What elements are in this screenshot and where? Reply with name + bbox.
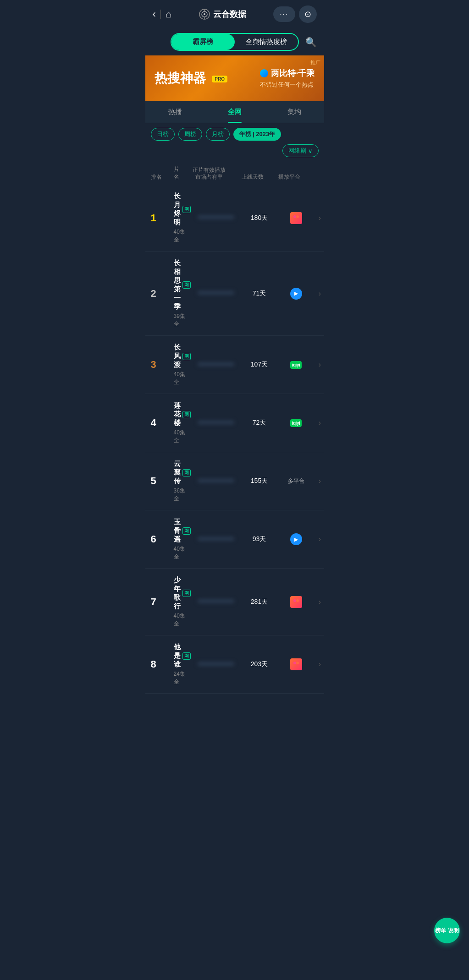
arrow-icon: ›: [315, 660, 324, 668]
market-share-col: [191, 421, 241, 426]
platform-col: ▶: [278, 533, 315, 545]
show-episodes: 24集全: [174, 670, 191, 686]
market-share-col: [191, 362, 241, 367]
table-row[interactable]: 4 莲花楼 网 40集全 72天 iqiyi ›: [145, 394, 324, 452]
days-col: 203天: [241, 660, 278, 668]
days-col: 71天: [241, 290, 278, 298]
filter-yearly[interactable]: 年榜 | 2023年: [233, 128, 281, 141]
market-share-col: [191, 291, 241, 296]
table-row[interactable]: 7 少年歌行 网 40集全 281天 ›: [145, 569, 324, 635]
record-button[interactable]: ⊙: [299, 5, 317, 23]
show-info: 长月烬明 网 40集全: [174, 192, 191, 244]
table-row[interactable]: 5 云襄传 网 36集全 155天 多平台 ›: [145, 452, 324, 510]
platform-col: [278, 212, 315, 224]
rank-number: 3: [151, 359, 174, 371]
platform-youku-icon: ▶: [290, 533, 302, 545]
arrow-icon: ›: [315, 535, 324, 543]
filter-monthly[interactable]: 月榜: [206, 128, 230, 141]
svg-point-7: [293, 599, 296, 602]
filter-daily[interactable]: 日榜: [151, 128, 175, 141]
market-share-col: [191, 537, 241, 542]
banner-brand: 两比特·千乘: [260, 68, 315, 79]
show-info: 玉骨遥 网 40集全: [174, 518, 191, 561]
record-icon: ⊙: [304, 10, 311, 19]
market-share-col: [191, 215, 241, 220]
platform-youku-icon: ▶: [290, 288, 302, 300]
app-title-text: 云合数据: [213, 9, 246, 20]
app-title: 云合数据: [199, 8, 246, 20]
show-episodes: 40集全: [174, 228, 191, 244]
svg-point-6: [296, 215, 299, 218]
tab-quanwang[interactable]: 全网: [205, 101, 265, 123]
content-tabs: 热播 全网 集均: [145, 101, 324, 123]
market-share-col: [191, 599, 241, 604]
col-market-header: 正片有效播放市场占有率: [184, 167, 234, 181]
col-rank-header: 排名: [151, 173, 174, 181]
rank-number: 5: [151, 475, 174, 487]
tab-baping[interactable]: 霸屏榜: [171, 34, 235, 50]
market-bar-blurred: [198, 479, 234, 482]
home-button[interactable]: ⌂: [166, 8, 171, 20]
tab-yuqing[interactable]: 全舆情热度榜: [235, 34, 298, 50]
rank-number: 8: [151, 658, 174, 670]
filter-weekly[interactable]: 周榜: [178, 128, 202, 141]
platform-tencent-icon: [290, 658, 302, 670]
table-row[interactable]: 8 他是谁 网 24集全 203天 ›: [145, 635, 324, 694]
banner-subtitle: 不错过任何一个热点: [260, 81, 315, 89]
rank-number: 4: [151, 417, 174, 429]
table-row[interactable]: 6 玉骨遥 网 40集全 93天 ▶ ›: [145, 510, 324, 569]
nav-right: ··· ⊙: [273, 5, 316, 23]
nav-divider: [160, 10, 161, 19]
show-name: 长风渡 网: [174, 343, 191, 369]
net-badge: 网: [182, 353, 191, 360]
tab-toggle: 霸屏榜 全舆情热度榜: [171, 33, 299, 51]
show-name: 玉骨遥 网: [174, 518, 191, 544]
col-days-header: 上线天数: [234, 173, 271, 181]
svg-point-5: [293, 215, 296, 218]
back-button[interactable]: ‹: [153, 8, 156, 20]
arrow-icon: ›: [315, 477, 324, 485]
table-header: 排名 片名 正片有效播放市场占有率 上线天数 播放平台: [145, 162, 324, 185]
show-info: 他是谁 网 24集全: [174, 643, 191, 686]
search-button[interactable]: 🔍: [305, 37, 317, 48]
tab-rebo[interactable]: 热播: [145, 101, 205, 123]
rank-number: 2: [151, 288, 174, 300]
col-platform-header: 播放平台: [271, 173, 308, 181]
platform-iqiyi-icon: iqiyi: [290, 419, 302, 427]
platform-col: [278, 658, 315, 670]
show-info: 少年歌行 网 40集全: [174, 576, 191, 628]
market-bar-blurred: [198, 599, 234, 603]
net-badge: 网: [182, 411, 191, 418]
show-episodes: 36集全: [174, 487, 191, 503]
show-info: 莲花楼 网 40集全: [174, 401, 191, 444]
show-episodes: 40集全: [174, 429, 191, 444]
svg-point-10: [296, 662, 299, 664]
filter-category-dropdown[interactable]: 网络剧 ∨: [282, 144, 319, 157]
show-episodes: 40集全: [174, 612, 191, 628]
rank-number: 7: [151, 596, 174, 608]
banner-left: 热搜神器 PRO: [154, 71, 227, 86]
table-row[interactable]: 1 长月烬明 网 40集全 180天 ›: [145, 185, 324, 252]
market-bar-blurred: [198, 537, 234, 541]
days-col: 281天: [241, 598, 278, 606]
arrow-icon: ›: [315, 598, 324, 606]
show-name: 长月烬明 网: [174, 192, 191, 227]
arrow-icon: ›: [315, 290, 324, 298]
banner-right: 两比特·千乘 不错过任何一个热点: [253, 68, 315, 89]
platform-iqiyi-icon: iqiyi: [290, 361, 302, 369]
market-share-col: [191, 479, 241, 484]
search-icon: 🔍: [305, 37, 317, 47]
ad-banner[interactable]: 推广 热搜神器 PRO 两比特·千乘 不错过任何一个热点: [145, 55, 324, 101]
tab-jijun[interactable]: 集均: [265, 101, 324, 123]
platform-tencent-icon: [290, 596, 302, 608]
show-name: 莲花楼 网: [174, 401, 191, 427]
show-name: 长相思第一季 网: [174, 259, 191, 311]
table-row[interactable]: 2 长相思第一季 网 39集全 71天 ▶ ›: [145, 252, 324, 336]
show-name: 少年歌行 网: [174, 576, 191, 611]
days-col: 180天: [241, 214, 278, 222]
table-row[interactable]: 3 长风渡 网 40集全 107天 iqiyi ›: [145, 336, 324, 394]
net-badge: 网: [182, 206, 191, 213]
more-button[interactable]: ···: [273, 6, 295, 22]
main-tab-bar: 霸屏榜 全舆情热度榜 🔍: [145, 28, 324, 55]
net-badge: 网: [182, 469, 191, 476]
